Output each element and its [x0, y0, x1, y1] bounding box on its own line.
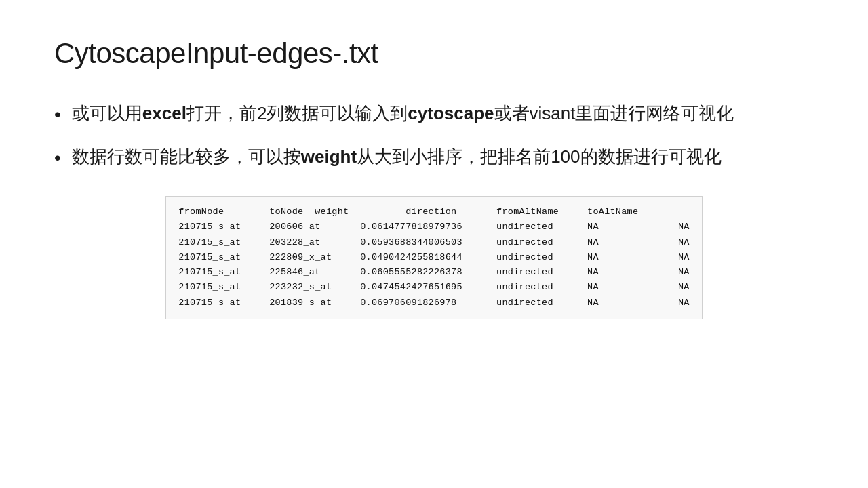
- bullet-item-1: • 或可以用excel打开，前2列数据可以输入到cytoscape或者visan…: [54, 100, 814, 129]
- slide-title: CytoscapeInput-edges-.txt: [54, 37, 814, 70]
- data-table-container: fromNode toNode weight direction fromAlt…: [54, 196, 814, 319]
- weight-bold: weight: [301, 146, 357, 167]
- bullet-text-1: 或可以用excel打开，前2列数据可以输入到cytoscape或者visant里…: [72, 100, 814, 127]
- data-table: fromNode toNode weight direction fromAlt…: [165, 196, 702, 319]
- bullet-list: • 或可以用excel打开，前2列数据可以输入到cytoscape或者visan…: [54, 100, 814, 172]
- bullet-dot-2: •: [54, 144, 61, 172]
- excel-bold: excel: [142, 103, 186, 123]
- cytoscape-bold: cytoscape: [408, 103, 494, 123]
- slide: CytoscapeInput-edges-.txt • 或可以用excel打开，…: [0, 0, 868, 488]
- bullet-item-2: • 数据行数可能比较多，可以按weight从大到小排序，把排名前100的数据进行…: [54, 144, 814, 172]
- bullet-text-2: 数据行数可能比较多，可以按weight从大到小排序，把排名前100的数据进行可视…: [72, 144, 814, 170]
- bullet-dot-1: •: [54, 100, 61, 129]
